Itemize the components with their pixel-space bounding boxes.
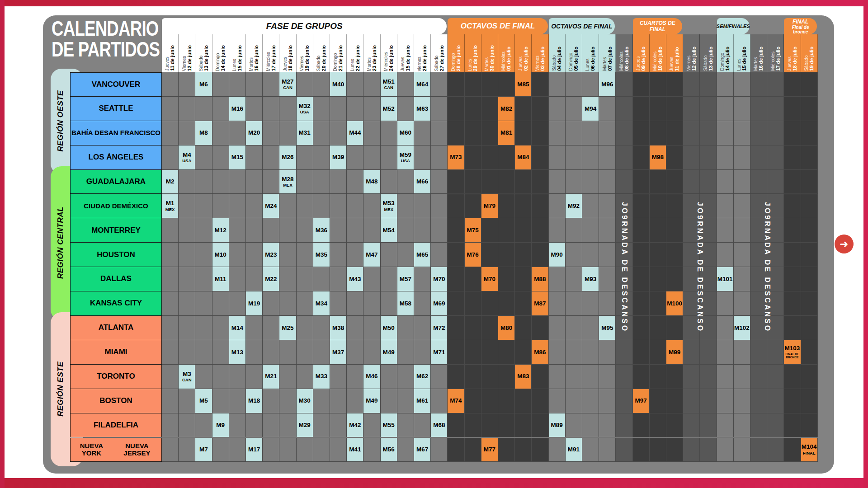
date-header: Viernes19 de junio [297,34,313,72]
grid-cell [515,413,532,438]
grid-cell [784,316,801,340]
grid-cell [363,145,380,170]
grid-cell [582,389,599,413]
grid-cell [313,72,330,97]
grid-cell [229,218,246,243]
grid-cell [179,316,195,340]
grid-cell [465,145,481,170]
grid-cell [599,365,616,389]
grid-cell [650,316,666,340]
grid-cell [683,413,700,438]
grid-cell [734,365,750,389]
grid-cell [498,291,515,316]
match-cell: M38 [330,316,347,340]
grid-cell [179,170,195,194]
grid-cell [549,145,566,170]
grid-cell [297,72,313,97]
grid-cell [734,413,750,438]
grid-cell [734,145,750,170]
city-label: BAHÍA DESAN FRANCISCO [70,121,162,145]
grid-cell [448,243,464,267]
date-header: Juebes09 de julio [633,34,650,72]
grid-cell [481,97,498,121]
grid-cell [549,365,566,389]
grid-cell [750,413,767,438]
grid-cell [263,72,279,97]
city-label: CIUDAD DEMÉXICO [70,194,162,219]
grid-cell [750,267,767,291]
city-label: ATLANTA [70,316,162,340]
grid-cell [347,72,363,97]
match-cell: M66 [414,170,431,194]
grid-cell [414,194,431,219]
date-header: Martes07 de julio [599,34,616,72]
grid-cell [263,121,279,145]
grid-cell [650,291,666,316]
grid-cell [481,413,498,438]
grid-cell [498,243,515,267]
grid-cell [616,145,632,170]
grid-cell [767,340,784,365]
next-button[interactable]: ➜ [835,235,854,253]
grid-cell [465,340,481,365]
match-cell: M102 [734,316,750,340]
grid-cell [481,316,498,340]
grid-cell [717,438,734,462]
grid-cell [767,145,784,170]
grid-cell [246,365,263,389]
grid-cell [801,340,818,365]
grid-cell [750,97,767,121]
match-cell: M73 [448,145,464,170]
grid-cell [566,365,582,389]
grid-cell [363,438,380,462]
match-cell: M93 [582,267,599,291]
date-header: Jueves15 de junio [397,34,414,72]
grid-cell [767,438,784,462]
grid-cell [431,438,448,462]
grid-cell [448,413,464,438]
grid-cell [363,316,380,340]
phase-band: OCTAVOS DE FINAL [448,18,547,34]
grid-cell [683,170,700,194]
grid-cell [465,365,481,389]
grid-cell [734,243,750,267]
grid-cell [195,145,212,170]
match-cell: M35 [313,243,330,267]
grid-cell [246,340,263,365]
grid-cell [750,389,767,413]
grid-cell [330,413,347,438]
grid-cell [683,97,700,121]
match-cell: M81 [498,121,515,145]
grid-cell [229,438,246,462]
match-cell: M29 [297,413,313,438]
grid-cell [801,365,818,389]
grid-cell [229,267,246,291]
match-cell: M96 [599,72,616,97]
grid-cell [246,413,263,438]
grid-cell [566,316,582,340]
grid-cell [784,365,801,389]
grid-cell [498,340,515,365]
grid-cell [229,194,246,219]
grid-cell [582,121,599,145]
grid-cell [683,291,700,316]
grid-cell [246,145,263,170]
grid-cell [633,291,650,316]
grid-cell [650,170,666,194]
grid-cell [162,72,179,97]
grid-cell [532,438,548,462]
date-header: Lunes15 de junio [229,34,246,72]
match-cell: M19 [246,291,263,316]
grid-cell [700,365,717,389]
grid-cell [347,170,363,194]
grid-cell [313,340,330,365]
grid-cell [212,194,229,219]
grid-cell [750,170,767,194]
date-header: Sábado20 de junio [313,34,330,72]
grid-cell [363,267,380,291]
grid-cell [279,365,296,389]
page-title-line2: DE PARTIDOS [52,39,160,60]
date-header: Jueves11 de junio [162,34,179,72]
grid-cell [734,438,750,462]
grid-cell [532,413,548,438]
